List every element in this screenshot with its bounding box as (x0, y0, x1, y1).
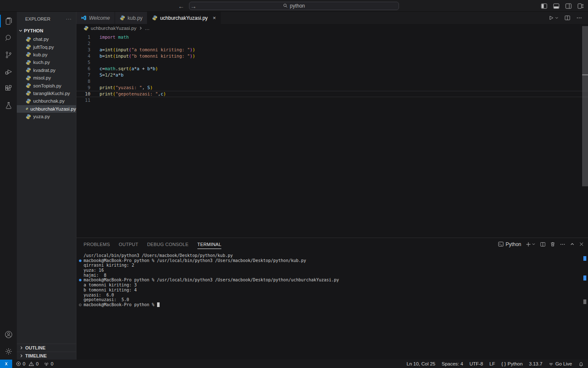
run-dropdown-chevron-icon[interactable] (555, 16, 559, 20)
sidebar-title: EXPLORER (25, 16, 50, 21)
terminal-dropdown-chevron-icon[interactable] (532, 242, 536, 246)
explorer-icon[interactable] (0, 13, 17, 29)
nav-forward-icon[interactable]: → (190, 3, 197, 10)
python-file-icon (26, 60, 31, 65)
folder-section-python[interactable]: PYTHON (17, 26, 76, 35)
file-item[interactable]: taranglikKuchi.py (17, 90, 76, 97)
command-decoration (76, 259, 84, 262)
tab-output[interactable]: OUTPUT (119, 238, 138, 250)
tab-terminal[interactable]: TERMINAL (197, 238, 221, 250)
tab-kub-py[interactable]: kub.py (115, 12, 147, 24)
line-number: 4 (76, 53, 90, 59)
tab-uchburchakyuzasi-py[interactable]: uchburchakYuzasi.py × (147, 12, 221, 24)
new-terminal-icon[interactable] (526, 242, 531, 247)
eol-status[interactable]: LF (489, 361, 495, 366)
file-item[interactable]: kub.py (17, 51, 76, 58)
file-item[interactable]: kuch.py (17, 58, 76, 66)
editor-scrollbar[interactable] (582, 26, 588, 186)
encoding-status[interactable]: UTF-8 (470, 361, 483, 366)
command-center-search[interactable]: python (189, 2, 399, 10)
breadcrumb-more[interactable]: … (145, 26, 150, 31)
file-item[interactable]: misol.py (17, 74, 76, 82)
ports-status[interactable]: 0 (44, 361, 53, 366)
code-line[interactable]: 3a=int(input("a tomonni kiriting: ")) (76, 47, 588, 53)
go-live-status[interactable]: Go Live (549, 361, 572, 366)
terminal-line: b tomonni kiriting: 4 (76, 288, 588, 293)
breadcrumb[interactable]: uchburchakYuzasi.py … (76, 24, 588, 32)
nav-back-icon[interactable]: ← (178, 3, 184, 10)
layout-customize-icon[interactable] (578, 3, 584, 9)
tab-problems[interactable]: PROBLEMS (84, 238, 110, 250)
code-line[interactable]: 1import math (76, 34, 588, 40)
code-line[interactable]: 10print("gepotenuzasi: ",c) (76, 91, 588, 97)
chevron-right-icon (19, 346, 24, 350)
run-python-file-icon[interactable] (549, 15, 554, 21)
close-panel-icon[interactable] (579, 242, 584, 246)
code-editor[interactable]: 1import math23a=int(input("a tomonni kir… (76, 32, 588, 238)
code-line[interactable]: 4b=int(input("b tomonni kiriting: ")) (76, 53, 588, 59)
file-item[interactable]: yuza.py (17, 113, 76, 120)
terminal-line: qirrasni kiriting: 2 (76, 263, 588, 268)
panel-more-actions-icon[interactable] (560, 242, 565, 247)
braces-icon: { } (501, 361, 506, 366)
file-item[interactable]: sonTopish.py (17, 82, 76, 89)
python-file-icon (26, 98, 31, 104)
cursor-position-status[interactable]: Ln 10, Col 25 (407, 361, 435, 366)
layout-sidebar-left-icon[interactable] (541, 3, 547, 9)
python-interpreter-status[interactable]: 3.13.7 (529, 361, 542, 366)
vscode-logo-icon (81, 15, 87, 21)
file-item[interactable]: kvadrat.py (17, 66, 76, 74)
source-control-icon[interactable] (0, 46, 17, 63)
maximize-panel-chevron-icon[interactable] (570, 242, 575, 246)
file-item[interactable]: uchburchakYuzasi.py (17, 105, 76, 113)
search-icon (283, 3, 288, 8)
code-line[interactable]: 8 (76, 78, 588, 85)
terminal-shell-selector[interactable]: Python (498, 241, 521, 247)
testing-icon[interactable] (0, 97, 17, 114)
accounts-icon[interactable] (0, 326, 17, 343)
split-editor-icon[interactable] (564, 15, 570, 21)
language-mode-status[interactable]: { } Python (501, 361, 523, 366)
search-sidebar-icon[interactable] (0, 29, 17, 46)
timeline-section[interactable]: TIMELINE (17, 352, 76, 360)
explorer-more-actions-icon[interactable]: ··· (66, 16, 72, 21)
code-line[interactable]: 9print("yuzasi: ", S) (76, 85, 588, 91)
terminal-output[interactable]: /usr/local/bin/python3 /Users/macbook/De… (76, 250, 588, 360)
file-item[interactable]: juftToq.py (17, 43, 76, 50)
code-line[interactable]: 2 (76, 40, 588, 47)
terminal-line: hajmi: 8 (76, 273, 588, 278)
code-line[interactable]: 11 (76, 97, 588, 103)
breadcrumb-file[interactable]: uchburchakYuzasi.py (91, 26, 136, 31)
code-line[interactable]: 6c=math.sqrt(a*a + b*b) (76, 66, 588, 72)
file-item[interactable]: uchburchak.py (17, 97, 76, 105)
close-icon[interactable]: × (213, 15, 216, 21)
split-terminal-icon[interactable] (540, 242, 546, 247)
problems-status[interactable]: 0 0 (16, 361, 39, 366)
indentation-status[interactable]: Spaces: 4 (442, 361, 463, 366)
notifications-bell-icon[interactable] (578, 361, 584, 367)
editor-tab-bar: Welcome kub.py uchburchakYuzasi.py × (76, 12, 588, 24)
tab-welcome[interactable]: Welcome (76, 12, 115, 24)
extensions-icon[interactable] (0, 80, 17, 97)
layout-panel-icon[interactable] (553, 3, 559, 9)
remote-indicator[interactable] (0, 360, 12, 368)
terminal-cursor (157, 302, 160, 307)
broadcast-icon (549, 361, 554, 366)
settings-gear-icon[interactable] (0, 343, 17, 360)
more-actions-icon[interactable] (576, 15, 582, 21)
code-line[interactable]: 7S=1/2*a*b (76, 72, 588, 78)
outline-section[interactable]: OUTLINE (17, 344, 76, 352)
run-debug-icon[interactable] (0, 63, 17, 80)
search-value: python (290, 3, 305, 9)
line-number: 6 (76, 66, 90, 72)
chevron-down-icon (18, 29, 23, 33)
layout-sidebar-right-icon[interactable] (565, 3, 572, 9)
terminal-line: /usr/local/bin/python3 /Users/macbook/De… (76, 253, 588, 258)
code-line[interactable]: 5 (76, 59, 588, 66)
editor-group: Welcome kub.py uchburchakYuzasi.py × (76, 12, 588, 360)
bottom-panel: PROBLEMS OUTPUT DEBUG CONSOLE TERMINAL P… (76, 238, 588, 360)
python-file-icon (152, 15, 158, 21)
tab-debug-console[interactable]: DEBUG CONSOLE (147, 238, 189, 250)
kill-terminal-trash-icon[interactable] (550, 241, 555, 247)
file-item[interactable]: chat.py (17, 35, 76, 43)
